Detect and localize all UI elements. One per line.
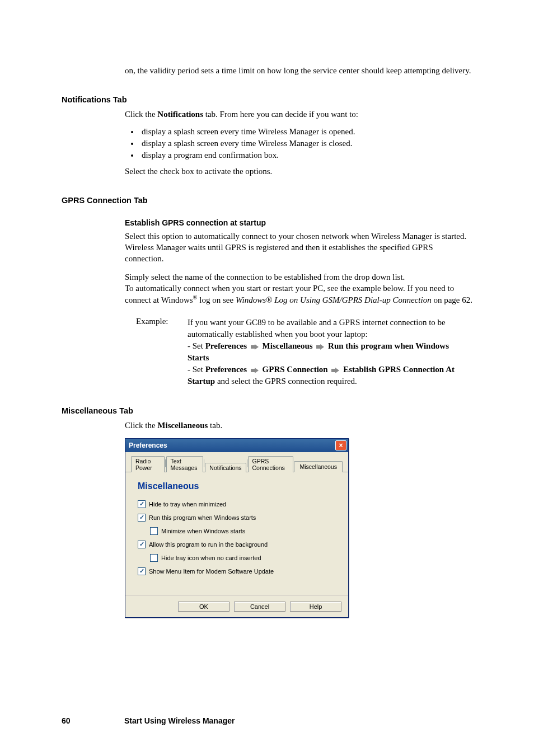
example-content: If you want your GC89 to be available an…	[188, 317, 472, 387]
notifications-intro: Click the Notifications tab. From here y…	[125, 109, 472, 120]
list-item: display a splash screen every time Wirel…	[139, 127, 472, 137]
tab-separator	[165, 459, 166, 467]
example-block: Example: If you want your GC89 to be ava…	[125, 317, 472, 387]
preferences-dialog: Preferences × Radio Power Text Messages …	[125, 438, 349, 618]
tab-radio-power[interactable]: Radio Power	[131, 456, 165, 472]
close-button[interactable]: ×	[335, 440, 346, 450]
svg-marker-0	[251, 344, 259, 350]
option-label: Show Menu Item for Modem Software Update	[149, 568, 274, 575]
arrow-right-icon	[316, 344, 324, 350]
ok-button[interactable]: OK	[178, 602, 229, 612]
arrow-right-icon	[251, 344, 259, 350]
tab-gprs-connections[interactable]: GPRS Connections	[248, 456, 294, 472]
dialog-button-row: OK Cancel Help	[125, 595, 348, 617]
checkbox[interactable]	[138, 514, 146, 522]
option-run-background: Allow this program to run in the backgro…	[138, 541, 336, 548]
tab-text-messages[interactable]: Text Messages	[166, 456, 204, 472]
list-item: display a program end confirmation box.	[139, 151, 472, 160]
dialog-body: Miscellaneous Hide to tray when minimize…	[125, 472, 348, 595]
option-label: Hide tray icon when no card inserted	[161, 555, 261, 561]
tab-separator	[247, 459, 247, 467]
option-label: Allow this program to run in the backgro…	[149, 541, 268, 548]
text-span: log on see	[198, 295, 236, 304]
misc-intro: Click the Miscellaneous tab.	[125, 420, 472, 431]
checkbox[interactable]	[138, 541, 146, 548]
page-footer: 60 Start Using Wireless Manager	[62, 716, 235, 725]
option-hide-tray-no-card: Hide tray icon when no card inserted	[150, 554, 336, 562]
registered-mark: ®	[193, 294, 198, 300]
gprs-heading: GPRS Connection Tab	[62, 196, 472, 205]
page-number: 60	[62, 716, 91, 725]
option-label: Minimize when Windows starts	[161, 528, 245, 534]
example-label: Example:	[136, 317, 188, 387]
option-run-on-windows-start: Run this program when Windows starts	[138, 514, 336, 522]
path-segment: GPRS Connection	[263, 365, 328, 374]
cancel-button[interactable]: Cancel	[234, 602, 285, 612]
option-hide-tray-minimized: Hide to tray when minimized	[138, 500, 336, 508]
cross-reference: Windows® Log on Using GSM/GPRS Dial-up C…	[236, 295, 432, 304]
misc-tabname: Miscellaneous	[157, 421, 208, 430]
option-label: Run this program when Windows starts	[149, 514, 256, 521]
checkbox[interactable]	[138, 500, 146, 508]
tab-separator	[204, 459, 204, 467]
notifications-bullets: display a splash screen every time Wirel…	[139, 127, 472, 160]
dialog-titlebar[interactable]: Preferences ×	[125, 439, 348, 452]
text-span: on page 62.	[432, 295, 472, 304]
intro-text: on, the validity period sets a time limi…	[125, 65, 472, 76]
path-segment: Preferences	[205, 365, 247, 374]
gprs-subheading: Establish GPRS connection at startup	[125, 218, 472, 227]
option-label: Hide to tray when minimized	[149, 501, 226, 508]
notifications-body: Click the Notifications tab. From here y…	[125, 109, 472, 177]
notifications-heading: Notifications Tab	[62, 95, 472, 104]
gprs-para2: Simply select the name of the connection…	[125, 271, 472, 306]
intro-block: on, the validity period sets a time limi…	[125, 65, 472, 76]
checkbox[interactable]	[138, 567, 146, 575]
text-span: Click the	[125, 110, 157, 119]
notifications-footer: Select the check box to activate the opt…	[125, 166, 472, 177]
gprs-para1: Select this option to automatically conn…	[125, 231, 472, 265]
svg-marker-3	[331, 368, 339, 373]
text-span: tab. From here you can decide if you wan…	[203, 110, 358, 119]
text-span: - Set	[188, 365, 205, 374]
tab-strip: Radio Power Text Messages Notifications …	[125, 452, 348, 472]
page: on, the validity period sets a time limi…	[0, 0, 534, 756]
text-span: Simply select the name of the connection…	[125, 273, 405, 281]
tab-notifications[interactable]: Notifications	[205, 463, 246, 472]
gprs-body: Establish GPRS connection at startup Sel…	[125, 218, 472, 388]
tab-miscellaneous[interactable]: Miscellaneous	[294, 461, 343, 472]
misc-body: Click the Miscellaneous tab. Preferences…	[125, 420, 472, 617]
footer-title: Start Using Wireless Manager	[124, 716, 235, 725]
help-button[interactable]: Help	[290, 602, 341, 612]
path-segment: Preferences	[205, 341, 247, 350]
misc-heading: Miscellaneous Tab	[62, 406, 472, 415]
option-show-modem-update: Show Menu Item for Modem Software Update	[138, 567, 336, 575]
close-icon: ×	[339, 442, 343, 449]
text-span: - Set	[188, 341, 205, 350]
svg-marker-2	[251, 368, 259, 373]
text-span: Click the	[125, 421, 157, 430]
checkbox[interactable]	[150, 527, 158, 535]
path-segment: Miscellaneous	[263, 341, 313, 350]
arrow-right-icon	[251, 368, 259, 373]
arrow-right-icon	[331, 368, 339, 373]
dialog-title: Preferences	[129, 442, 167, 449]
svg-marker-1	[316, 344, 324, 350]
checkbox[interactable]	[150, 554, 158, 562]
list-item: display a splash screen every time Wirel…	[139, 139, 472, 148]
notifications-tabname: Notifications	[157, 110, 203, 119]
example-line1: If you want your GC89 to be available an…	[188, 318, 446, 339]
option-minimize-on-start: Minimize when Windows starts	[150, 527, 336, 535]
text-span: and select the GPRS connection required.	[215, 377, 357, 386]
panel-heading: Miscellaneous	[138, 481, 336, 491]
text-span: tab.	[208, 421, 222, 430]
